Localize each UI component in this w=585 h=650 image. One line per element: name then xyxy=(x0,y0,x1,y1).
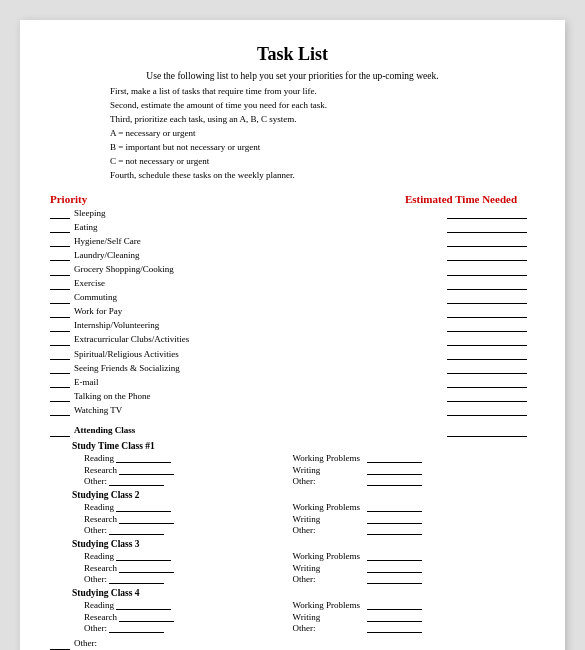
priority-input-other-final[interactable] xyxy=(50,640,70,650)
underline-other-1r[interactable] xyxy=(367,476,422,486)
task-row: Extracurricular Clubs/Activities xyxy=(50,333,535,346)
task-laundry: Laundry/Cleaning xyxy=(74,249,254,262)
sub-col-left: Research xyxy=(50,612,293,622)
time-input-sleeping[interactable] xyxy=(447,209,527,219)
label-reading-2: Reading xyxy=(50,502,114,512)
priority-input-sleeping[interactable] xyxy=(50,209,70,219)
instruction-1: First, make a list of tasks that require… xyxy=(110,86,317,96)
underline-other-4r[interactable] xyxy=(367,623,422,633)
underline-research-1[interactable] xyxy=(119,465,174,475)
underline-research-2[interactable] xyxy=(119,514,174,524)
label-other-4l: Other: xyxy=(50,623,107,633)
underline-reading-3[interactable] xyxy=(116,551,171,561)
time-input-phone[interactable] xyxy=(447,392,527,402)
underline-reading-2[interactable] xyxy=(116,502,171,512)
underline-other-3l[interactable] xyxy=(109,574,164,584)
underline-writing-3[interactable] xyxy=(367,563,422,573)
time-input-tv[interactable] xyxy=(447,406,527,416)
underline-workprob-2[interactable] xyxy=(367,502,422,512)
time-input-friends[interactable] xyxy=(447,364,527,374)
underline-reading-1[interactable] xyxy=(116,453,171,463)
underline-writing-1[interactable] xyxy=(367,465,422,475)
sub-col-right: Working Problems xyxy=(293,502,536,512)
underline-reading-4[interactable] xyxy=(116,600,171,610)
sub-row: Reading Working Problems xyxy=(50,453,535,463)
underline-other-3r[interactable] xyxy=(367,574,422,584)
attending-class-section: Attending Class xyxy=(50,424,535,437)
column-headers: Priority Estimated Time Needed xyxy=(50,193,535,205)
page: Task List Use the following list to help… xyxy=(20,20,565,650)
sub-col-right: Other: xyxy=(293,623,536,633)
task-eating: Eating xyxy=(74,221,254,234)
task-row: Hygiene/Self Care xyxy=(50,235,535,248)
label-other-2l: Other: xyxy=(50,525,107,535)
sub-col-right: Working Problems xyxy=(293,453,536,463)
sub-row: Other: Other: xyxy=(50,525,535,535)
label-research-4: Research xyxy=(50,612,117,622)
time-input-email[interactable] xyxy=(447,378,527,388)
sub-row: Reading Working Problems xyxy=(50,502,535,512)
underline-research-3[interactable] xyxy=(119,563,174,573)
label-writing-2: Writing xyxy=(293,514,365,524)
priority-input-extracurricular[interactable] xyxy=(50,336,70,346)
underline-other-4l[interactable] xyxy=(109,623,164,633)
priority-input-email[interactable] xyxy=(50,378,70,388)
label-writing-3: Writing xyxy=(293,563,365,573)
priority-input-exercise[interactable] xyxy=(50,280,70,290)
underline-writing-4[interactable] xyxy=(367,612,422,622)
time-input-work[interactable] xyxy=(447,308,527,318)
time-input-commuting[interactable] xyxy=(447,294,527,304)
time-input-eating[interactable] xyxy=(447,223,527,233)
time-input-grocery[interactable] xyxy=(447,266,527,276)
task-row: Work for Pay xyxy=(50,305,535,318)
time-input-hygiene[interactable] xyxy=(447,237,527,247)
study-class-1-title: Study Time Class #1 xyxy=(50,441,535,451)
priority-input-attending[interactable] xyxy=(50,427,70,437)
priority-input-work[interactable] xyxy=(50,308,70,318)
label-workprob-4: Working Problems xyxy=(293,600,365,610)
sub-col-left: Reading xyxy=(50,502,293,512)
priority-input-friends[interactable] xyxy=(50,364,70,374)
underline-workprob-3[interactable] xyxy=(367,551,422,561)
underline-writing-2[interactable] xyxy=(367,514,422,524)
underline-other-1l[interactable] xyxy=(109,476,164,486)
time-input-extracurricular[interactable] xyxy=(447,336,527,346)
priority-input-phone[interactable] xyxy=(50,392,70,402)
priority-input-grocery[interactable] xyxy=(50,266,70,276)
time-input-attending[interactable] xyxy=(447,427,527,437)
sub-col-right: Other: xyxy=(293,476,536,486)
sub-col-left: Reading xyxy=(50,551,293,561)
priority-input-hygiene[interactable] xyxy=(50,237,70,247)
task-list: Sleeping Eating Hygiene/Self Care Laundr… xyxy=(50,207,535,650)
task-row: Commuting xyxy=(50,291,535,304)
time-input-internship[interactable] xyxy=(447,322,527,332)
underline-workprob-4[interactable] xyxy=(367,600,422,610)
priority-input-internship[interactable] xyxy=(50,322,70,332)
instruction-6: C = not necessary or urgent xyxy=(110,156,209,166)
time-input-spiritual[interactable] xyxy=(447,350,527,360)
underline-workprob-1[interactable] xyxy=(367,453,422,463)
label-workprob-1: Working Problems xyxy=(293,453,365,463)
task-row: Sleeping xyxy=(50,207,535,220)
sub-col-left: Other: xyxy=(50,525,293,535)
time-input-exercise[interactable] xyxy=(447,280,527,290)
study-class-1-section: Study Time Class #1 Reading Working Prob… xyxy=(50,441,535,486)
time-input-laundry[interactable] xyxy=(447,251,527,261)
task-phone: Talking on the Phone xyxy=(74,390,254,403)
task-extracurricular: Extracurricular Clubs/Activities xyxy=(74,333,254,346)
priority-input-laundry[interactable] xyxy=(50,251,70,261)
task-email: E-mail xyxy=(74,376,254,389)
priority-input-spiritual[interactable] xyxy=(50,350,70,360)
sub-row: Other: Other: xyxy=(50,574,535,584)
underline-research-4[interactable] xyxy=(119,612,174,622)
underline-other-2l[interactable] xyxy=(109,525,164,535)
priority-input-tv[interactable] xyxy=(50,406,70,416)
priority-input-commuting[interactable] xyxy=(50,294,70,304)
task-exercise: Exercise xyxy=(74,277,254,290)
priority-input-eating[interactable] xyxy=(50,223,70,233)
underline-other-2r[interactable] xyxy=(367,525,422,535)
sub-row: Other: Other: xyxy=(50,623,535,633)
sub-col-left: Research xyxy=(50,514,293,524)
sub-row: Other: Other: xyxy=(50,476,535,486)
sub-col-right: Writing xyxy=(293,514,536,524)
